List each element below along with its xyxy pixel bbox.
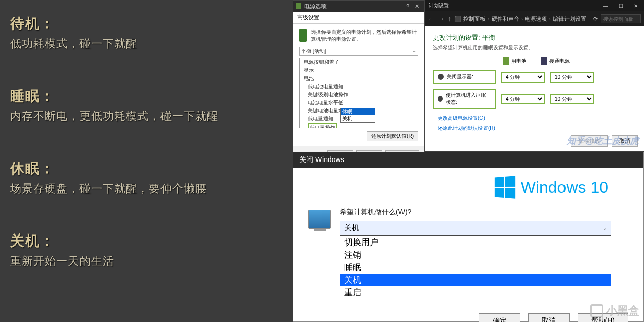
plug-icon: [541, 57, 547, 65]
dropdown-option[interactable]: 休眠: [341, 108, 375, 115]
nav-bar: ← → ↑ ⬛ 控制面板› 硬件和声音› 电源选项› 编辑计划设置 ⟳: [425, 11, 644, 26]
row-label: 关闭显示器:: [433, 70, 496, 84]
window-title: 计划设置: [429, 2, 449, 9]
shutdown-selected[interactable]: 关机⌄: [340, 221, 611, 235]
titlebar[interactable]: 计划设置 ― ☐ ✕: [425, 0, 644, 11]
watermark: 小黑盒: [590, 303, 639, 318]
option-sign-out[interactable]: 注销: [340, 249, 611, 261]
tree-node[interactable]: 电池电量水平低: [308, 99, 418, 107]
battery-icon: [503, 57, 509, 65]
term-title: 休眠：: [10, 159, 282, 178]
window-title: 电源选项: [304, 3, 327, 10]
row-label: 使计算机进入睡眠状态:: [433, 89, 496, 109]
term-title: 睡眠：: [10, 87, 282, 106]
term-desc: 重新开始一天的生活: [10, 254, 282, 269]
shutdown-combobox[interactable]: 关机⌄ 切换用户 注销 睡眠 关机 重启: [340, 221, 611, 299]
term-desc: 低功耗模式，碰一下就醒: [10, 36, 282, 51]
column-header: 接通电源: [549, 58, 570, 65]
back-button[interactable]: ←: [428, 15, 435, 23]
titlebar[interactable]: 电源选项 ? ✕: [293, 1, 424, 12]
restore-defaults-link[interactable]: 还原此计划的默认设置(R): [438, 125, 636, 132]
control-panel-window: 计划设置 ― ☐ ✕ ← → ↑ ⬛ 控制面板› 硬件和声音› 电源选项› 编辑…: [425, 0, 644, 151]
tree-node-highlighted[interactable]: 低电量操作: [308, 123, 337, 128]
option-switch-user[interactable]: 切换用户: [340, 236, 611, 249]
sleep-icon: [438, 96, 443, 102]
shutdown-options-list[interactable]: 切换用户 注销 睡眠 关机 重启: [340, 235, 611, 299]
term-desc: 场景存硬盘，碰一下就醒，要伸个懒腰: [10, 181, 282, 196]
ok-button[interactable]: 确定: [479, 313, 520, 322]
close-button[interactable]: ✕: [412, 3, 421, 10]
computer-icon: [308, 210, 331, 229]
breadcrumb[interactable]: ⬛ 控制面板› 硬件和声音› 电源选项› 编辑计划设置: [454, 15, 590, 23]
maximize-button[interactable]: ☐: [617, 3, 625, 9]
term-title: 待机：: [10, 14, 282, 33]
close-button[interactable]: ✕: [632, 3, 640, 9]
column-header: 用电池: [511, 58, 526, 65]
shutdown-question: 希望计算机做什么(W)?: [340, 208, 628, 217]
tree-node[interactable]: 电池: [304, 74, 418, 83]
term-standby: 待机： 低功耗模式，碰一下就醒: [10, 14, 282, 51]
option-sleep[interactable]: 睡眠: [340, 261, 611, 274]
windows-logo: Windows 10: [308, 177, 628, 198]
display-off-ac-select[interactable]: 10 分钟: [550, 72, 594, 83]
refresh-button[interactable]: ⟳: [593, 16, 598, 22]
page-subtitle: 选择希望计算机使用的睡眠设置和显示设置。: [433, 44, 636, 51]
option-restart[interactable]: 重启: [340, 286, 611, 299]
up-button[interactable]: ↑: [448, 15, 451, 23]
power-icon: [296, 3, 301, 9]
settings-tree[interactable]: 电源按钮和盖子 显示 电池 低电池电量通知 关键级别电池操作 电池电量水平低 关…: [299, 58, 418, 128]
restore-defaults-button[interactable]: 还原计划默认值(R): [367, 131, 418, 141]
titlebar[interactable]: 关闭 Windows: [293, 152, 643, 168]
search-input[interactable]: [601, 14, 641, 23]
battery-icon: [299, 29, 307, 42]
minimize-button[interactable]: ―: [602, 3, 610, 9]
term-hibernate: 休眠： 场景存硬盘，碰一下就醒，要伸个懒腰: [10, 159, 282, 196]
windows-icon: [495, 176, 515, 198]
tree-node[interactable]: 低电池电量通知: [308, 83, 418, 91]
advanced-settings-link[interactable]: 更改高级电源设置(C): [438, 115, 636, 122]
help-button[interactable]: ?: [403, 3, 412, 9]
monitor-icon: [438, 74, 444, 80]
term-shutdown: 关机： 重新开始一天的生活: [10, 231, 282, 269]
sleep-ac-select[interactable]: 10 分钟: [550, 94, 594, 104]
shutdown-dialog: 关闭 Windows Windows 10 希望计算机做什么(W)? 关机⌄ 切…: [293, 152, 644, 322]
plan-select[interactable]: 平衡 [活动] ⌄: [299, 47, 418, 56]
dialog-description: 选择你要自定义的电源计划，然后选择你希望计算机管理的电源设置。: [311, 29, 418, 43]
sleep-battery-select[interactable]: 4 分钟: [501, 94, 545, 104]
term-sleep: 睡眠： 内存不断电，更低功耗模式，碰一下就醒: [10, 87, 282, 124]
page-heading: 更改计划的设置: 平衡: [433, 33, 636, 42]
tree-node[interactable]: 电源按钮和盖子: [304, 58, 418, 66]
explainer-panel: 待机： 低功耗模式，碰一下就醒 睡眠： 内存不断电，更低功耗模式，碰一下就醒 休…: [0, 0, 292, 322]
chevron-down-icon: ⌄: [603, 225, 607, 231]
forward-button[interactable]: →: [438, 15, 445, 23]
tree-node[interactable]: 显示: [304, 66, 418, 74]
tab-advanced[interactable]: 高级设置: [293, 12, 424, 24]
tree-node[interactable]: 关键级别电池操作: [308, 91, 418, 99]
display-off-battery-select[interactable]: 4 分钟: [501, 72, 545, 83]
option-shutdown[interactable]: 关机: [340, 274, 611, 286]
dropdown-option[interactable]: 关机: [341, 115, 375, 122]
windows-logo-text: Windows 10: [521, 178, 608, 197]
term-desc: 内存不断电，更低功耗模式，碰一下就醒: [10, 109, 282, 124]
cancel-button[interactable]: 取消: [528, 313, 570, 322]
dropdown-list[interactable]: 休眠 关机: [340, 108, 375, 123]
watermark: 知乎@吃土皮皮虎: [567, 135, 639, 147]
power-options-dialog: 电源选项 ? ✕ 高级设置 选择你要自定义的电源计划，然后选择你希望计算机管理的…: [293, 0, 425, 167]
cube-icon: [590, 304, 603, 317]
term-title: 关机：: [10, 231, 282, 251]
